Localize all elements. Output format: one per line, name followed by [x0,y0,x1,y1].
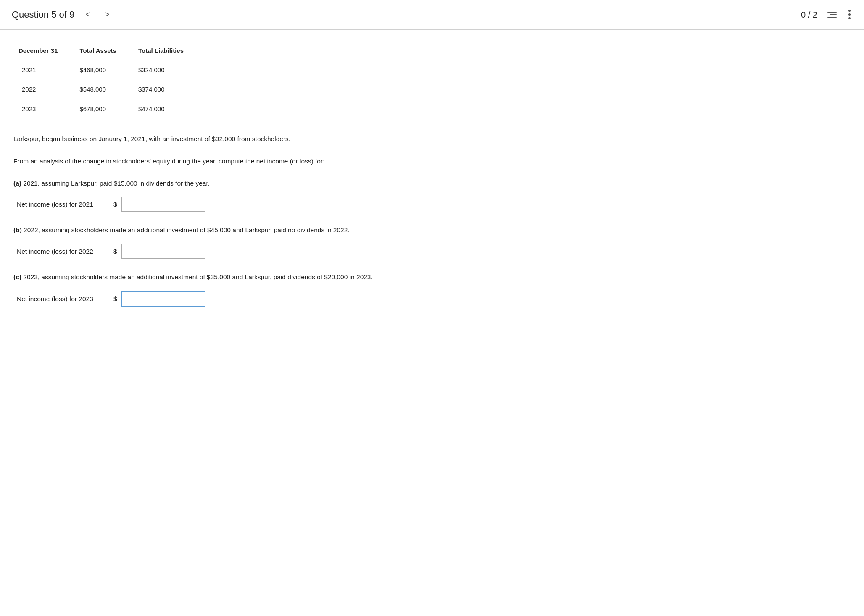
more-options-icon[interactable] [847,8,852,21]
part-b-input-row: Net income (loss) for 2022 $ [13,244,491,259]
row-liabilities: $324,000 [133,60,200,80]
part-a-input-label: Net income (loss) for 2021 [17,199,109,209]
part-a-text: 2021, assuming Larkspur, paid $15,000 in… [21,180,210,187]
part-a-prompt: (a) 2021, assuming Larkspur, paid $15,00… [13,178,491,189]
row-year: 2022 [13,80,74,100]
part-a-label: (a) [13,180,21,187]
header-left: Question 5 of 9 < > [12,8,113,21]
table-row: 2022 $548,000 $374,000 [13,80,200,100]
part-a-dollar-sign: $ [113,199,117,209]
score-display: 0 / 2 [801,8,817,21]
row-assets: $548,000 [74,80,133,100]
next-button[interactable]: > [101,8,113,21]
instruction-paragraph: From an analysis of the change in stockh… [13,156,491,167]
part-c-input-row: Net income (loss) for 2023 $ [13,291,491,307]
part-b-prompt: (b) 2022, assuming stockholders made an … [13,225,491,236]
part-c-input-label: Net income (loss) for 2023 [17,294,109,304]
table-row: 2023 $678,000 $474,000 [13,100,200,119]
list-icon[interactable] [826,10,838,19]
row-assets: $468,000 [74,60,133,80]
col-header-liabilities: Total Liabilities [133,42,200,60]
part-a-input[interactable] [121,197,205,212]
part-a-input-row: Net income (loss) for 2021 $ [13,197,491,212]
header-right: 0 / 2 [801,8,852,21]
row-year: 2023 [13,100,74,119]
row-liabilities: $374,000 [133,80,200,100]
part-c-text: 2023, assuming stockholders made an addi… [21,273,373,280]
row-assets: $678,000 [74,100,133,119]
part-c-label: (c) [13,273,21,280]
part-c-input[interactable] [121,291,205,307]
part-b-input-label: Net income (loss) for 2022 [17,246,109,256]
col-header-date: December 31 [13,42,74,60]
part-c-dollar-sign: $ [113,294,117,304]
part-b-text: 2022, assuming stockholders made an addi… [22,226,350,233]
intro-paragraph: Larkspur, began business on January 1, 2… [13,134,491,144]
col-header-assets: Total Assets [74,42,133,60]
part-b-dollar-sign: $ [113,246,117,256]
row-year: 2021 [13,60,74,80]
main-content: December 31 Total Assets Total Liabiliti… [0,30,504,345]
part-b-input[interactable] [121,244,205,259]
row-liabilities: $474,000 [133,100,200,119]
part-c-prompt: (c) 2023, assuming stockholders made an … [13,272,491,283]
table-row: 2021 $468,000 $324,000 [13,60,200,80]
part-b-label: (b) [13,226,22,233]
financial-table: December 31 Total Assets Total Liabiliti… [13,42,200,119]
prev-button[interactable]: < [82,8,94,21]
question-title: Question 5 of 9 [12,8,74,21]
page-header: Question 5 of 9 < > 0 / 2 [0,0,864,30]
